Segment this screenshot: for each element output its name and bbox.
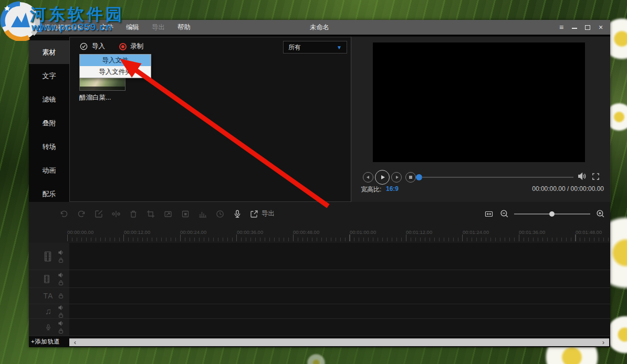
music-track-row: ♫: [29, 304, 610, 319]
menu-export[interactable]: 导出: [145, 20, 171, 35]
export-label: 导出: [262, 209, 275, 218]
close-button[interactable]: ×: [597, 23, 605, 31]
microphone-icon: [43, 324, 54, 331]
aspect-ratio-label: 宽高比:: [361, 185, 381, 194]
video-track-header: [29, 270, 69, 287]
video-track-lane[interactable]: [69, 270, 610, 287]
previous-frame-button[interactable]: [363, 172, 373, 183]
track-lock-icon[interactable]: [58, 257, 64, 263]
music-track-lane[interactable]: [69, 304, 610, 318]
clip-name: 醋溜白菜...: [79, 93, 111, 102]
voice-track-lane[interactable]: [69, 319, 610, 336]
window-controls: ≡ ×: [557, 20, 605, 35]
import-label: 导入: [92, 42, 105, 51]
fullscreen-icon[interactable]: [591, 172, 600, 181]
app-window: 迅捷视频编辑器 文件 编辑 导出 帮助 未命名 ≡ × 素材 文字 滤镜 叠附 …: [29, 20, 610, 347]
media-library-panel: 导入 录制 所有 ▼ 醋溜白菜... 导入文件 导入文件夹: [69, 37, 351, 202]
sidebar-item-material[interactable]: 素材: [29, 40, 69, 64]
text-track-row: TA: [29, 288, 610, 304]
timeline-footer: +添加轨道 ‹ ›: [29, 337, 610, 347]
track-lock-icon[interactable]: [58, 328, 64, 334]
voice-track-row: [29, 319, 610, 336]
chevron-down-icon: ▼: [337, 45, 342, 50]
sidebar-item-transition[interactable]: 转场: [29, 135, 69, 158]
scroll-right-button[interactable]: ›: [598, 339, 609, 346]
timeline-toolbar: 导出: [29, 202, 610, 226]
music-note-icon: ♫: [43, 306, 54, 317]
track-mute-icon[interactable]: [58, 320, 65, 326]
record-button[interactable]: 录制: [119, 42, 143, 51]
ruler-major-ticks: [67, 234, 610, 241]
track-mute-icon[interactable]: [58, 305, 65, 311]
watermark-url: www.pc0359.cn: [32, 22, 112, 33]
video-track-row: [29, 270, 610, 288]
upper-section: 素材 文字 滤镜 叠附 转场 动画 配乐 导入 录制 所有 ▼: [29, 35, 610, 202]
track-lock-icon[interactable]: [58, 280, 64, 286]
fit-timeline-icon[interactable]: [484, 209, 494, 219]
record-icon: [119, 43, 127, 50]
redo-icon[interactable]: [76, 209, 87, 219]
video-track-icon: [43, 250, 54, 263]
track-lock-icon[interactable]: [58, 293, 64, 299]
menu-item-import-folder[interactable]: 导入文件夹: [80, 66, 151, 78]
track-mute-icon[interactable]: [58, 250, 65, 255]
play-button[interactable]: [375, 170, 390, 185]
zoom-in-icon[interactable]: [595, 209, 605, 219]
sidebar-item-animation[interactable]: 动画: [29, 158, 69, 182]
text-track-lane[interactable]: [69, 288, 610, 304]
sidebar-item-text[interactable]: 文字: [29, 64, 69, 88]
export-button[interactable]: 导出: [249, 209, 275, 219]
menu-help[interactable]: 帮助: [171, 20, 197, 35]
mosaic-icon[interactable]: [180, 209, 191, 219]
video-track-lane[interactable]: [69, 243, 610, 270]
track-area: TA ♫: [29, 243, 610, 337]
timeline-zoom-slider[interactable]: [514, 211, 590, 217]
import-check-icon: [79, 42, 88, 51]
timeline-ruler[interactable]: 00:00:00.00 00:00:12.00 00:00:24.00 00:0…: [29, 226, 610, 243]
volume-icon[interactable]: [577, 172, 588, 181]
menu-item-import-file[interactable]: 导入文件: [80, 55, 151, 66]
daisy-flower: [306, 352, 327, 364]
seek-bar[interactable]: [422, 177, 573, 178]
import-dropdown-menu: 导入文件 导入文件夹: [79, 54, 151, 78]
resize-icon[interactable]: [163, 209, 173, 219]
text-track-icon: TA: [43, 292, 54, 300]
timeline-section: 导出 00:00:00.00 00:00:12.00: [29, 202, 610, 347]
minimize-button[interactable]: [570, 23, 579, 31]
preview-panel: 宽高比: 16:9 00:00:00.00 / 00:00:00.00: [351, 37, 610, 202]
split-icon[interactable]: [111, 209, 121, 219]
horizontal-scrollbar[interactable]: ‹ ›: [69, 338, 609, 346]
sidebar-item-overlay[interactable]: 叠附: [29, 111, 69, 135]
next-frame-button[interactable]: [391, 172, 402, 183]
levels-icon[interactable]: [197, 209, 208, 219]
stop-button[interactable]: [405, 172, 416, 183]
duration-icon[interactable]: [215, 209, 225, 219]
video-track-header: [29, 243, 69, 270]
text-track-header: TA: [29, 288, 69, 304]
aspect-ratio-value[interactable]: 16:9: [386, 185, 399, 192]
crop-icon[interactable]: [145, 209, 156, 219]
preview-info: 宽高比: 16:9 00:00:00.00 / 00:00:00.00: [351, 185, 610, 196]
zoom-out-icon[interactable]: [499, 209, 509, 219]
timecode: 00:00:00.00 / 00:00:00.00: [532, 185, 604, 192]
video-preview: [373, 42, 585, 162]
voiceover-mic-icon[interactable]: [232, 209, 243, 219]
timeline-zoom-controls: [484, 202, 605, 226]
scroll-left-button[interactable]: ‹: [69, 339, 81, 346]
track-lock-icon[interactable]: [58, 312, 64, 318]
undo-icon[interactable]: [59, 209, 69, 219]
track-mute-icon[interactable]: [58, 272, 65, 278]
import-button[interactable]: 导入: [79, 42, 105, 51]
voice-track-header: [29, 319, 69, 336]
zoom-slider-handle[interactable]: [549, 211, 555, 217]
edit-icon[interactable]: [93, 209, 104, 219]
window-menu-icon[interactable]: ≡: [557, 23, 566, 31]
media-filter-dropdown[interactable]: 所有 ▼: [283, 41, 347, 53]
delete-icon[interactable]: [128, 209, 139, 219]
maximize-button[interactable]: [583, 23, 592, 31]
add-track-button[interactable]: +添加轨道: [31, 338, 60, 346]
filter-value: 所有: [288, 43, 301, 52]
sidebar: 素材 文字 滤镜 叠附 转场 动画 配乐: [29, 35, 69, 202]
video-track-icon: [43, 274, 54, 284]
sidebar-item-filter[interactable]: 滤镜: [29, 88, 69, 111]
